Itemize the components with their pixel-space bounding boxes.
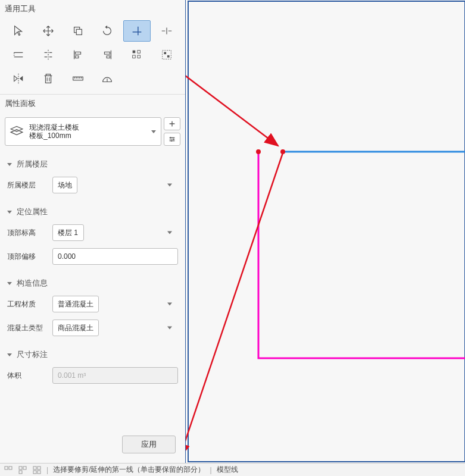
svg-rect-9 [138, 55, 141, 58]
split-tool[interactable] [153, 20, 180, 42]
svg-rect-22 [9, 466, 12, 469]
svg-rect-4 [105, 52, 110, 54]
svg-rect-7 [138, 51, 141, 54]
drawing-canvas[interactable] [186, 0, 465, 463]
move-icon [42, 24, 55, 37]
plus-icon [168, 120, 176, 128]
svg-point-15 [173, 139, 174, 140]
type-line1: 现浇混凝土楼板 [29, 123, 157, 131]
align-right-tool[interactable] [93, 44, 121, 65]
array-icon [130, 48, 143, 61]
section-floor[interactable]: 所属楼层 [5, 155, 180, 173]
svg-rect-5 [107, 56, 110, 58]
group-icon [160, 48, 173, 61]
properties-panel: 现浇混凝土楼板 楼板_100mm 所属楼层 所属楼层 场地 定位属性 [0, 112, 185, 463]
protractor-icon [101, 72, 114, 85]
svg-rect-3 [75, 56, 79, 58]
view-mode-3[interactable] [32, 465, 42, 475]
section-dimensions[interactable]: 尺寸标注 [5, 346, 180, 364]
copy-icon [71, 24, 85, 37]
slab-icon [9, 123, 24, 140]
cursor-icon [12, 24, 25, 37]
svg-rect-23 [19, 466, 22, 469]
svg-rect-25 [19, 471, 22, 474]
svg-rect-10 [163, 51, 171, 60]
ruler-icon [71, 72, 85, 85]
floor-label: 所属楼层 [7, 180, 48, 190]
svg-rect-24 [23, 466, 26, 469]
offset-tool[interactable] [5, 44, 32, 65]
svg-rect-2 [75, 52, 80, 54]
svg-rect-1 [76, 29, 82, 35]
angle-tool[interactable] [93, 68, 121, 89]
status-bar: | 选择要修剪/延伸的第一线（单击要保留的部分） | 模型线 [0, 463, 465, 476]
split-icon [160, 24, 173, 37]
mirror-tool[interactable] [5, 68, 32, 89]
material-select[interactable]: 普通混凝土 [52, 296, 99, 312]
volume-label: 体积 [7, 371, 48, 381]
top-offset-input[interactable] [52, 248, 178, 265]
svg-point-16 [171, 140, 172, 141]
delete-tool[interactable] [35, 68, 62, 89]
select-tool[interactable] [5, 20, 32, 42]
align-tool[interactable] [35, 44, 62, 65]
svg-rect-27 [38, 466, 40, 469]
top-elevation-select[interactable]: 楼层 1 [52, 224, 84, 241]
svg-rect-11 [164, 52, 166, 54]
mirror-icon [12, 72, 25, 85]
canvas-svg [186, 0, 465, 463]
svg-rect-8 [133, 55, 136, 58]
section-position[interactable]: 定位属性 [5, 203, 180, 221]
rotate-icon [101, 24, 114, 37]
type-line2: 楼板_100mm [29, 131, 157, 140]
section-construction[interactable]: 构造信息 [5, 274, 180, 292]
volume-input [52, 367, 178, 384]
trash-icon [42, 72, 55, 85]
svg-point-14 [170, 137, 171, 138]
view-mode-2[interactable] [18, 465, 27, 475]
concrete-type-select[interactable]: 商品混凝土 [52, 320, 99, 336]
settings-icon [168, 135, 176, 143]
align-icon [42, 48, 55, 61]
svg-rect-28 [33, 471, 36, 474]
svg-rect-29 [38, 471, 40, 474]
concrete-type-label: 混凝土类型 [7, 323, 48, 333]
align-left-icon [71, 48, 85, 61]
rotate-tool[interactable] [93, 20, 121, 42]
measure-tool[interactable] [64, 68, 92, 89]
align-right-icon [101, 48, 114, 61]
svg-rect-26 [33, 466, 36, 469]
group-tool[interactable] [153, 44, 180, 65]
top-elevation-label: 顶部标高 [7, 228, 48, 238]
add-type-button[interactable] [164, 117, 180, 130]
material-label: 工程材质 [7, 299, 48, 309]
move-tool[interactable] [35, 20, 62, 42]
status-hint: 选择要修剪/延伸的第一线（单击要保留的部分） [53, 465, 205, 475]
status-divider-2: | [210, 466, 211, 474]
top-offset-label: 顶部偏移 [7, 252, 48, 262]
properties-panel-title: 属性面板 [0, 95, 185, 112]
status-divider: | [46, 466, 48, 474]
offset-icon [12, 48, 25, 61]
align-left-tool[interactable] [64, 44, 92, 65]
type-selector[interactable]: 现浇混凝土楼板 楼板_100mm [5, 117, 161, 146]
svg-point-18 [256, 149, 261, 154]
sidebar: 通用工具 [0, 0, 186, 463]
trim-extend-tool[interactable] [123, 20, 151, 42]
svg-rect-6 [133, 51, 136, 54]
svg-rect-12 [167, 55, 170, 58]
tools-panel-title: 通用工具 [0, 0, 185, 18]
trim-icon [130, 24, 143, 37]
view-mode-1[interactable] [4, 465, 13, 475]
copy-tool[interactable] [64, 20, 92, 42]
status-mode: 模型线 [217, 465, 238, 475]
floor-select[interactable]: 场地 [52, 177, 77, 193]
apply-button[interactable]: 应用 [122, 436, 176, 453]
svg-rect-17 [188, 1, 465, 462]
tool-grid [0, 18, 185, 95]
svg-rect-21 [5, 466, 8, 469]
array-tool[interactable] [123, 44, 151, 65]
edit-type-button[interactable] [164, 133, 180, 146]
